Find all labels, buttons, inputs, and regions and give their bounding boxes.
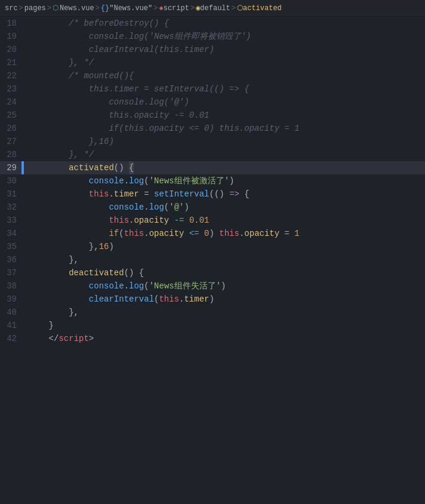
code-line: 18 /* beforeDestroy() {: [0, 17, 425, 30]
line-number: 34: [0, 227, 21, 240]
code-content: },16): [24, 135, 425, 148]
code-line: 28 }, */: [0, 148, 425, 161]
breadcrumb-newsvue2: "News.vue": [109, 4, 152, 13]
line-number: 38: [0, 279, 21, 293]
sep1: >: [19, 4, 23, 13]
code-content: this.timer = setInterval(() => {: [24, 82, 425, 96]
code-line: 33 this.opacity -= 0.01: [0, 214, 425, 227]
code-content: },: [24, 306, 425, 319]
sep3: >: [96, 4, 100, 13]
code-line: 27 },16): [0, 135, 425, 148]
line-number: 40: [0, 306, 21, 319]
code-line-active: 29 activated() {: [0, 161, 425, 174]
code-content: this.opacity -= 0.01: [24, 109, 425, 122]
breadcrumb-script: script: [164, 4, 189, 13]
default-icon: ◉: [196, 4, 200, 13]
code-content: }: [24, 319, 425, 332]
code-line: 26 if(this.opacity <= 0) this.opacity = …: [0, 122, 425, 135]
sep2: >: [47, 4, 51, 13]
code-line: 31 this.timer = setInterval(() => {: [0, 188, 425, 201]
code-content: }, */: [24, 148, 425, 161]
sep4: >: [153, 4, 158, 13]
code-content: clearInterval(this.timer): [24, 293, 425, 306]
code-content: activated() {: [24, 161, 425, 174]
code-line: 36 },: [0, 253, 425, 266]
code-line: 37 deactivated() {: [0, 266, 425, 279]
line-number: 18: [0, 17, 21, 30]
line-number: 24: [0, 96, 21, 109]
code-content: if(this.opacity <= 0) this.opacity = 1: [24, 227, 425, 240]
breadcrumb-newsvue1: News.vue: [60, 4, 94, 13]
code-area: 18 /* beforeDestroy() { 19 console.log('…: [0, 17, 425, 504]
code-content: this.timer = setInterval(() => {: [24, 188, 425, 201]
sep5: >: [190, 4, 195, 13]
line-number: 42: [0, 332, 21, 345]
line-number: 26: [0, 122, 21, 135]
line-number: 21: [0, 56, 21, 69]
code-line: 42 </script>: [0, 332, 425, 345]
code-line: 38 console.log('News组件失活了'): [0, 279, 425, 293]
code-content: clearInterval(this.timer): [24, 43, 425, 56]
line-number: 22: [0, 69, 21, 82]
code-line: 23 this.timer = setInterval(() => {: [0, 82, 425, 96]
line-number: 41: [0, 319, 21, 332]
line-number: 39: [0, 293, 21, 306]
line-number: 35: [0, 240, 21, 253]
line-number: 36: [0, 253, 21, 266]
code-content: console.log('@'): [24, 96, 425, 109]
code-content: },: [24, 253, 425, 266]
code-line: 30 console.log('News组件被激活了'): [0, 174, 425, 188]
sep6: >: [232, 4, 236, 13]
line-number: 33: [0, 214, 21, 227]
fn-icon: ⬡: [237, 4, 243, 13]
line-number: 25: [0, 109, 21, 122]
code-line: 39 clearInterval(this.timer): [0, 293, 425, 306]
code-content: console.log('@'): [24, 201, 425, 214]
line-number: 23: [0, 82, 21, 96]
breadcrumb-default: default: [200, 4, 230, 13]
line-number-active: 29: [0, 161, 21, 174]
code-line: 32 console.log('@'): [0, 201, 425, 214]
code-content: console.log('News组件即将被销毁了'): [24, 30, 425, 43]
breadcrumb-src: src: [5, 4, 18, 13]
code-line: 34 if(this.opacity <= 0) this.opacity = …: [0, 227, 425, 240]
code-content: /* mounted(){: [24, 69, 425, 82]
code-content: }, */: [24, 56, 425, 69]
code-content: console.log('News组件失活了'): [24, 279, 425, 293]
breadcrumb-activated: activated: [243, 4, 282, 13]
line-number: 31: [0, 188, 21, 201]
code-line: 41 }: [0, 319, 425, 332]
code-content: if(this.opacity <= 0) this.opacity = 1: [24, 122, 425, 135]
code-line: 35 },16): [0, 240, 425, 253]
code-content: },16): [24, 240, 425, 253]
breadcrumb-bar: src > pages > ⬡ News.vue > {} "News.vue"…: [0, 0, 425, 17]
code-line: 20 clearInterval(this.timer): [0, 43, 425, 56]
code-line: 19 console.log('News组件即将被销毁了'): [0, 30, 425, 43]
line-number: 27: [0, 135, 21, 148]
line-number: 37: [0, 266, 21, 279]
code-line: 21 }, */: [0, 56, 425, 69]
code-line: 40 },: [0, 306, 425, 319]
line-number: 19: [0, 30, 21, 43]
vue-icon: ⬡: [53, 4, 58, 13]
curly-icon: {}: [101, 4, 109, 13]
code-line: 24 console.log('@'): [0, 96, 425, 109]
code-content: console.log('News组件被激活了'): [24, 174, 425, 188]
line-number: 32: [0, 201, 21, 214]
line-number: 20: [0, 43, 21, 56]
code-content: this.opacity -= 0.01: [24, 214, 425, 227]
line-number: 30: [0, 174, 21, 188]
breadcrumb-pages: pages: [24, 4, 46, 13]
code-content: deactivated() {: [24, 266, 425, 279]
code-content: /* beforeDestroy() {: [24, 17, 425, 30]
code-line: 22 /* mounted(){: [0, 69, 425, 82]
code-content: </script>: [24, 332, 425, 345]
script-icon: ◈: [159, 4, 163, 13]
line-number: 28: [0, 148, 21, 161]
code-line: 25 this.opacity -= 0.01: [0, 109, 425, 122]
